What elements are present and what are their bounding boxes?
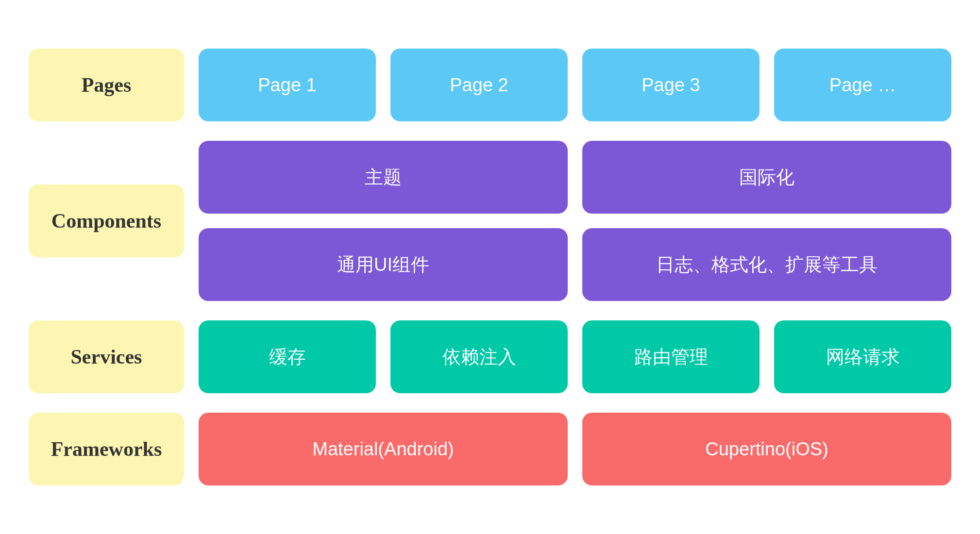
page-more-label: Page …	[829, 75, 896, 96]
frameworks-label-cell: Frameworks	[29, 413, 184, 485]
ui-components-label: 通用UI组件	[337, 252, 429, 277]
components-label: Components	[51, 209, 161, 233]
page2-cell[interactable]: Page 2	[390, 49, 568, 121]
i18n-cell[interactable]: 国际化	[582, 141, 951, 214]
components-row: Components 主题 国际化 通用UI组件 日志、格式化、扩展等工具	[29, 141, 951, 301]
ui-components-cell[interactable]: 通用UI组件	[199, 228, 568, 301]
page1-label: Page 1	[258, 75, 316, 96]
cache-cell[interactable]: 缓存	[199, 320, 376, 393]
page3-cell[interactable]: Page 3	[582, 49, 760, 121]
routing-label: 路由管理	[634, 345, 708, 369]
cache-label: 缓存	[269, 345, 306, 369]
cupertino-label: Cupertino(iOS)	[705, 439, 828, 460]
pages-label: Pages	[82, 73, 132, 97]
pages-row: Pages Page 1 Page 2 Page 3 Page …	[29, 49, 951, 121]
services-row: Services 缓存 依赖注入 路由管理 网络请求	[29, 320, 951, 393]
network-cell[interactable]: 网络请求	[774, 320, 951, 393]
i18n-label: 国际化	[739, 165, 794, 190]
page3-label: Page 3	[642, 75, 700, 96]
page-more-cell[interactable]: Page …	[774, 49, 951, 121]
components-label-cell: Components	[29, 184, 184, 257]
components-content: 主题 国际化 通用UI组件 日志、格式化、扩展等工具	[199, 141, 951, 301]
services-label: Services	[71, 345, 142, 368]
cupertino-cell[interactable]: Cupertino(iOS)	[582, 413, 951, 485]
frameworks-row: Frameworks Material(Android) Cupertino(i…	[29, 413, 951, 485]
theme-cell[interactable]: 主题	[199, 141, 568, 214]
services-label-cell: Services	[29, 320, 184, 393]
frameworks-label: Frameworks	[51, 437, 162, 461]
material-cell[interactable]: Material(Android)	[199, 413, 568, 485]
network-label: 网络请求	[826, 345, 900, 369]
pages-label-cell: Pages	[29, 49, 184, 121]
page2-label: Page 2	[450, 75, 508, 96]
tools-cell[interactable]: 日志、格式化、扩展等工具	[582, 228, 951, 301]
di-label: 依赖注入	[442, 345, 516, 369]
services-content: 缓存 依赖注入 路由管理 网络请求	[199, 320, 951, 393]
tools-label: 日志、格式化、扩展等工具	[656, 252, 878, 277]
frameworks-content: Material(Android) Cupertino(iOS)	[199, 413, 951, 485]
routing-cell[interactable]: 路由管理	[582, 320, 760, 393]
material-label: Material(Android)	[312, 439, 454, 460]
di-cell[interactable]: 依赖注入	[390, 320, 568, 393]
theme-label: 主题	[365, 165, 402, 190]
main-container: Pages Page 1 Page 2 Page 3 Page … Compon…	[29, 29, 951, 505]
pages-content: Page 1 Page 2 Page 3 Page …	[199, 49, 951, 121]
page1-cell[interactable]: Page 1	[199, 49, 376, 121]
